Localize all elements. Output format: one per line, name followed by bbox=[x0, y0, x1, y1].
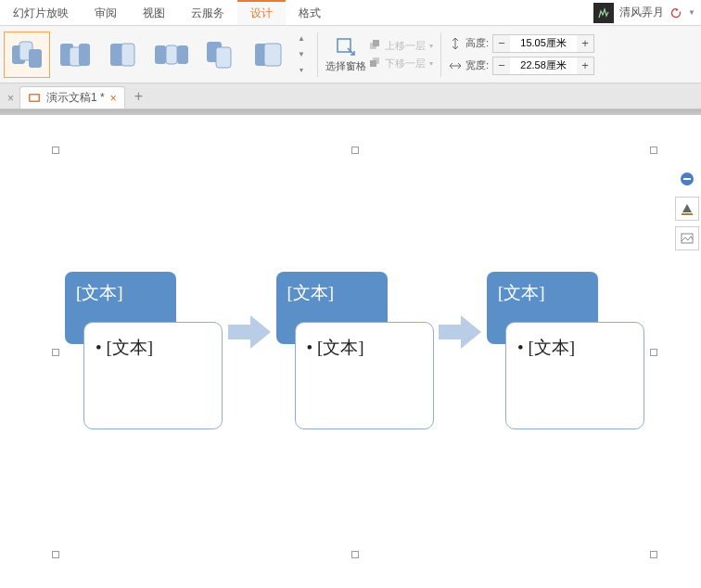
width-decrement[interactable]: − bbox=[493, 58, 510, 74]
selection-pane-button[interactable]: 选择窗格 bbox=[325, 35, 366, 73]
resize-handle-tl[interactable] bbox=[52, 147, 59, 154]
ribbon: ▲ ▼ ▾ 选择窗格 上移一层 ▾ 下移一层 ▾ 高度: − + bbox=[0, 26, 701, 83]
menutab-view[interactable]: 视图 bbox=[130, 0, 178, 25]
width-increment[interactable]: + bbox=[577, 58, 593, 74]
arrow-icon bbox=[439, 315, 481, 349]
document-tab-title: 演示文稿1 * bbox=[46, 90, 105, 106]
svg-rect-17 bbox=[373, 40, 379, 46]
collapse-button[interactable] bbox=[675, 167, 699, 191]
svg-rect-7 bbox=[121, 44, 134, 66]
presentation-icon bbox=[28, 92, 41, 105]
layout-option-5[interactable] bbox=[197, 32, 243, 78]
width-label: 宽度: bbox=[465, 58, 489, 72]
add-tab-button[interactable]: + bbox=[127, 88, 150, 109]
menutab-design[interactable]: 设计 bbox=[237, 0, 286, 25]
user-area: 清风弄月 ▼ bbox=[593, 0, 701, 25]
resize-handle-tm[interactable] bbox=[351, 147, 359, 154]
arrow-icon bbox=[228, 315, 271, 349]
height-icon bbox=[449, 37, 462, 50]
height-increment[interactable]: + bbox=[577, 35, 593, 52]
node-body[interactable]: [文本] bbox=[83, 322, 223, 429]
tab-close-left[interactable]: × bbox=[4, 92, 18, 109]
resize-handle-bm[interactable] bbox=[351, 551, 359, 558]
layout-option-1[interactable] bbox=[4, 32, 50, 78]
svg-rect-8 bbox=[155, 45, 166, 64]
arrange-stack: 上移一层 ▾ 下移一层 ▾ bbox=[368, 39, 433, 70]
bring-forward-icon bbox=[368, 39, 381, 52]
canvas-area[interactable]: [文本] [文本] [文本] [文本] [文本] [文本] bbox=[0, 109, 701, 588]
height-input[interactable] bbox=[510, 35, 577, 52]
layout-option-6[interactable] bbox=[245, 32, 291, 78]
size-group: 高度: − + 宽度: − + bbox=[449, 34, 594, 75]
resize-handle-mr[interactable] bbox=[650, 349, 657, 356]
document-tab[interactable]: 演示文稿1 * × bbox=[19, 86, 125, 109]
sync-icon[interactable] bbox=[669, 6, 682, 19]
fill-icon bbox=[680, 201, 695, 216]
gallery-expand-icon[interactable]: ▾ bbox=[293, 62, 310, 78]
gallery-scroll-up-icon[interactable]: ▲ bbox=[293, 32, 310, 47]
height-spinner[interactable]: − + bbox=[492, 34, 594, 53]
menu-bar: 幻灯片放映 审阅 视图 云服务 设计 格式 清风弄月 ▼ bbox=[0, 0, 701, 26]
fill-tool-button[interactable] bbox=[675, 197, 699, 221]
svg-rect-14 bbox=[264, 44, 281, 66]
minus-circle-icon bbox=[680, 172, 695, 186]
svg-rect-2 bbox=[29, 49, 42, 68]
resize-handle-br[interactable] bbox=[650, 551, 657, 558]
svg-rect-12 bbox=[216, 47, 231, 68]
smartart-node[interactable]: [文本] [文本] bbox=[276, 272, 434, 429]
svg-rect-21 bbox=[31, 95, 39, 100]
gallery-more[interactable]: ▲ ▼ ▾ bbox=[293, 32, 310, 78]
bring-forward-label: 上移一层 bbox=[385, 39, 426, 53]
smartart-node[interactable]: [文本] [文本] bbox=[65, 272, 223, 429]
send-backward-button[interactable]: 下移一层 ▾ bbox=[368, 57, 433, 70]
dropdown-icon[interactable]: ▼ bbox=[688, 8, 695, 17]
height-label: 高度: bbox=[465, 36, 489, 50]
resize-handle-bl[interactable] bbox=[52, 551, 59, 558]
layout-option-4[interactable] bbox=[148, 32, 195, 78]
gallery-scroll-down-icon[interactable]: ▼ bbox=[293, 46, 310, 62]
svg-rect-23 bbox=[683, 178, 691, 180]
bring-forward-button[interactable]: 上移一层 ▾ bbox=[368, 39, 433, 53]
send-backward-icon bbox=[368, 57, 381, 70]
selection-pane-icon bbox=[335, 35, 357, 58]
avatar[interactable] bbox=[593, 3, 614, 23]
svg-rect-24 bbox=[682, 213, 693, 215]
node-body[interactable]: [文本] bbox=[505, 322, 644, 429]
username: 清风弄月 bbox=[619, 5, 664, 20]
width-input[interactable] bbox=[510, 58, 577, 74]
height-decrement[interactable]: − bbox=[493, 35, 510, 52]
menutab-review[interactable]: 审阅 bbox=[82, 0, 130, 25]
node-body[interactable]: [文本] bbox=[295, 322, 434, 429]
width-spinner[interactable]: − + bbox=[492, 57, 594, 75]
layout-gallery: ▲ ▼ ▾ bbox=[4, 32, 310, 78]
svg-rect-5 bbox=[79, 44, 90, 66]
picture-tool-button[interactable] bbox=[675, 226, 699, 250]
side-toolbar bbox=[675, 167, 699, 250]
smartart-graphic[interactable]: [文本] [文本] [文本] [文本] [文本] [文本] bbox=[65, 267, 644, 434]
document-tab-close[interactable]: × bbox=[110, 92, 117, 105]
layout-option-2[interactable] bbox=[52, 32, 98, 78]
svg-rect-25 bbox=[682, 234, 693, 243]
selection-pane-label: 选择窗格 bbox=[325, 59, 366, 73]
smartart-selection[interactable]: [文本] [文本] [文本] [文本] [文本] [文本] bbox=[56, 150, 654, 555]
menutab-slideshow[interactable]: 幻灯片放映 bbox=[0, 0, 82, 25]
resize-handle-tr[interactable] bbox=[650, 147, 657, 154]
ribbon-separator bbox=[317, 32, 318, 77]
svg-rect-19 bbox=[370, 60, 376, 67]
width-icon bbox=[449, 59, 462, 72]
svg-rect-9 bbox=[166, 45, 177, 64]
picture-icon bbox=[680, 231, 695, 246]
layout-option-3[interactable] bbox=[100, 32, 147, 78]
smartart-node[interactable]: [文本] [文本] bbox=[487, 272, 644, 429]
resize-handle-ml[interactable] bbox=[52, 349, 59, 356]
send-backward-label: 下移一层 bbox=[385, 57, 426, 70]
menutab-cloud[interactable]: 云服务 bbox=[178, 0, 237, 25]
svg-rect-10 bbox=[177, 45, 188, 64]
menutab-format[interactable]: 格式 bbox=[286, 0, 334, 25]
document-tabbar: × 演示文稿1 * × + bbox=[0, 83, 701, 109]
ribbon-separator bbox=[440, 32, 441, 77]
